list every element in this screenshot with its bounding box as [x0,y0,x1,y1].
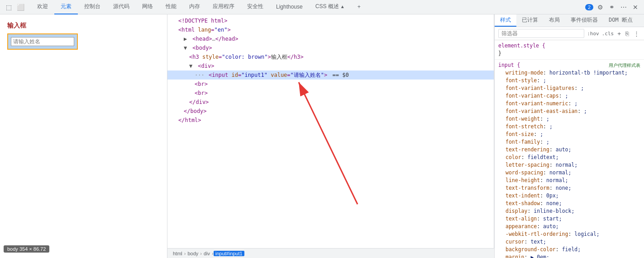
preview-input-field[interactable] [11,37,74,46]
tab-network[interactable]: 网络 [136,0,159,14]
tab-welcome[interactable]: 欢迎 [31,0,54,14]
breadcrumb-html[interactable]: html [171,251,184,256]
styles-tabs: 样式 已计算 布局 事件侦听器 DOM 断点 [495,14,644,27]
styles-tab-layout[interactable]: 布局 [544,14,565,27]
device-icon[interactable]: ⬜ [15,2,25,12]
dom-panel: <!DOCTYPE html> <html lang="en"> ▶ <head… [167,14,494,248]
toolbar-tabs: 欢迎 元素 控制台 源代码 网络 性能 内存 应用程序 安全性 Lighthou… [31,0,367,14]
dom-line-head[interactable]: ▶ <head>…</head> [167,34,494,43]
copy-style-icon[interactable]: ⎘ [625,29,630,38]
styles-toolbar: :hov .cls + ⎘ ⋮ [495,27,644,40]
dom-line-br1[interactable]: <br> [167,80,494,89]
dom-line-br2[interactable]: <br> [167,89,494,98]
tab-add[interactable]: + [351,0,367,14]
tab-sources[interactable]: 源代码 [107,0,136,14]
styles-tab-style[interactable]: 样式 [495,14,516,27]
ua-input-style-block: input { 用户代理样式表 writing-mode: horizontal… [495,60,644,258]
styles-tab-computed[interactable]: 已计算 [516,14,544,27]
toolbar-right: 2 ⚙ ⚭ ⋯ ✕ [585,2,640,12]
dom-panel-container: <!DOCTYPE html> <html lang="en"> ▶ <head… [167,14,495,258]
main-area: 输入框 body 354 × 86.72 <!DOCTYPE html> <ht… [0,14,644,258]
dom-line-html[interactable]: <html lang="en"> [167,25,494,34]
dom-line-h3[interactable]: <h3 style="color: brown">输入框</h3> [167,52,494,61]
tab-security[interactable]: 安全性 [241,0,270,14]
tab-lighthouse[interactable]: Lighthouse [270,0,309,14]
dom-line-doctype[interactable]: <!DOCTYPE html> [167,16,494,25]
dom-line-div-close[interactable]: </div> [167,98,494,107]
preview-title: 输入框 [7,22,160,30]
dom-line-body[interactable]: ▼ <body> [167,43,494,52]
breadcrumb-div[interactable]: div [202,251,212,256]
preview-page: 输入框 [0,14,167,57]
more-style-icon[interactable]: ⋮ [633,29,640,38]
dom-line-body-close[interactable]: </body> [167,107,494,116]
filter-input[interactable] [498,29,584,38]
more-icon[interactable]: ⋯ [619,2,629,12]
tab-performance[interactable]: 性能 [159,0,183,14]
devtools-toolbar: ⬚ ⬜ 欢迎 元素 控制台 源代码 网络 性能 内存 应用程序 安全性 Ligh… [0,0,644,14]
breadcrumb: html › body › div › input#input1 [167,248,494,258]
remote-icon[interactable]: ⚭ [607,2,617,12]
breadcrumb-body[interactable]: body [186,251,200,256]
toolbar-icons: ⬚ ⬜ [4,2,25,12]
add-style-icon[interactable]: + [616,29,622,38]
css-overview-flag: ▲ [340,4,345,9]
styles-tab-event[interactable]: 事件侦听器 [565,14,603,27]
tab-application[interactable]: 应用程序 [206,0,241,14]
tab-elements[interactable]: 元素 [54,0,78,14]
dom-line-html-close[interactable]: </html> [167,116,494,125]
tab-console[interactable]: 控制台 [78,0,107,14]
tab-css-overview[interactable]: CSS 概述 ▲ [309,0,351,14]
settings-icon[interactable]: ⚙ [595,2,605,12]
tab-memory[interactable]: 内存 [183,0,206,14]
pseudo-hov[interactable]: :hov [587,31,599,37]
notification-badge: 2 [585,4,593,10]
dom-line-div[interactable]: ▼ <div> [167,61,494,70]
element-style-block: element.style { } [495,40,644,60]
pseudo-cls[interactable]: .cls [602,31,614,37]
preview-panel: 输入框 body 354 × 86.72 [0,14,167,258]
styles-tab-dom-breakpoint[interactable]: DOM 断点 [603,14,638,27]
styles-panel: 样式 已计算 布局 事件侦听器 DOM 断点 :hov .cls + ⎘ ⋮ e… [495,14,644,258]
preview-input-wrapper [7,33,78,50]
dom-line-input[interactable]: ··· <input id="input1" value="请输入姓名"> ==… [167,70,494,80]
inspect-icon[interactable]: ⬚ [4,2,14,12]
breadcrumb-input[interactable]: input#input1 [214,251,244,256]
close-icon[interactable]: ✕ [630,2,640,12]
size-badge: body 354 × 86.72 [4,245,49,253]
